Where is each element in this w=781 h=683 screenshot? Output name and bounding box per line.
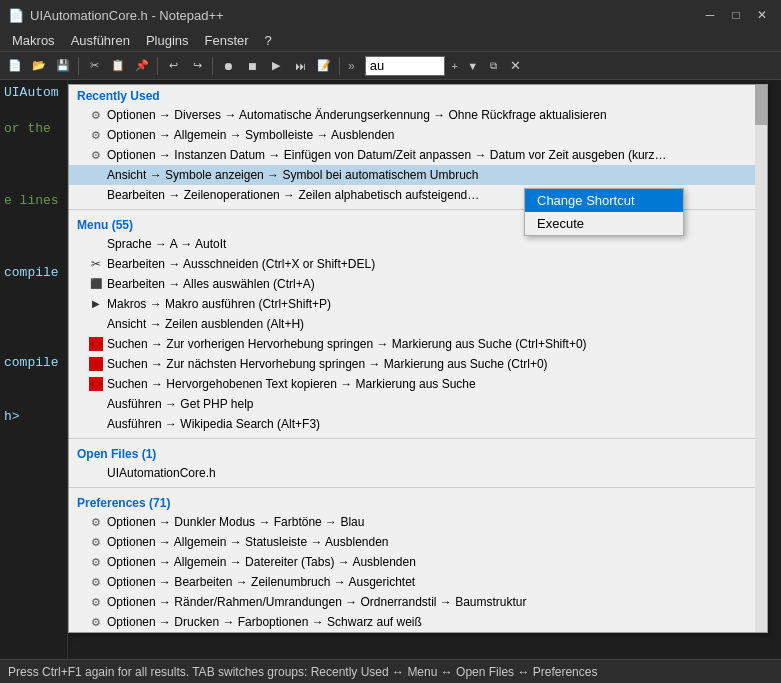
play-icon: ▶ <box>89 297 103 311</box>
code-line-5 <box>4 156 63 174</box>
titlebar-left: 📄 UIAutomationCore.h - Notepad++ <box>8 8 224 23</box>
item-text: Optionen → Drucken → Farboptionen → Schw… <box>107 613 422 631</box>
tb-paste[interactable]: 📌 <box>131 55 153 77</box>
scrollbar-track[interactable] <box>755 85 767 632</box>
code-line-2 <box>4 102 63 120</box>
menu-makros[interactable]: Makros <box>4 30 63 52</box>
menu-ausfuhren[interactable]: Ausführen <box>63 30 138 52</box>
tb-sep1 <box>78 57 79 75</box>
item-text: Optionen → Diverses → Automatische Änder… <box>107 106 607 124</box>
code-line-11: compile <box>4 264 63 282</box>
code-line-17 <box>4 372 63 390</box>
tb-playall[interactable]: ⏭ <box>289 55 311 77</box>
list-item[interactable]: Ansicht → Zeilen ausblenden (Alt+H) <box>69 314 767 334</box>
gear-icon: ⚙ <box>89 108 103 122</box>
gear-icon: ⚙ <box>89 535 103 549</box>
tb-rec[interactable]: ⏺ <box>217 55 239 77</box>
list-item[interactable]: ⚙ Optionen → Drucken → Farboptionen → Sc… <box>69 612 767 632</box>
list-item[interactable]: Suchen → Zur vorherigen Hervorhebung spr… <box>69 334 767 354</box>
item-text: Suchen → Hervorgehobenen Text kopieren →… <box>107 375 476 393</box>
menu-plugins[interactable]: Plugins <box>138 30 197 52</box>
close-button[interactable]: ✕ <box>751 6 773 24</box>
item-text: Suchen → Zur nächsten Hervorhebung sprin… <box>107 355 548 373</box>
context-menu: Change Shortcut Execute <box>524 188 684 236</box>
tb-save[interactable]: 💾 <box>52 55 74 77</box>
item-text: Sprache → A → AutoIt <box>107 235 226 253</box>
window-title: UIAutomationCore.h - Notepad++ <box>30 8 224 23</box>
item-text: UIAutomationCore.h <box>107 464 216 482</box>
titlebar: 📄 UIAutomationCore.h - Notepad++ ─ □ ✕ <box>0 0 781 30</box>
list-item[interactable]: ✂ Bearbeiten → Ausschneiden (Ctrl+X or S… <box>69 254 767 274</box>
list-item[interactable]: Suchen → Zur nächsten Hervorhebung sprin… <box>69 354 767 374</box>
search-input[interactable] <box>365 56 445 76</box>
list-item[interactable]: ⚙ Optionen → Dunkler Modus → Farbtöne → … <box>69 512 767 532</box>
tb-sep2 <box>157 57 158 75</box>
list-item[interactable]: Ausführen → Get PHP help <box>69 394 767 414</box>
red-square-icon <box>89 377 103 391</box>
list-item[interactable]: ⚙ Optionen → Ränder/Rahmen/Umrandungen →… <box>69 592 767 612</box>
tb-redo[interactable]: ↪ <box>186 55 208 77</box>
item-text: Makros → Makro ausführen (Ctrl+Shift+P) <box>107 295 331 313</box>
menubar: Makros Ausführen Plugins Fenster ? <box>0 30 781 52</box>
list-item[interactable]: ⬛ Bearbeiten → Alles auswählen (Ctrl+A) <box>69 274 767 294</box>
tb-new[interactable]: 📄 <box>4 55 26 77</box>
list-item[interactable]: ⚙ Optionen → Instanzen Datum → Einfügen … <box>69 145 767 165</box>
code-line-19: h> <box>4 408 63 426</box>
divider-2 <box>69 438 767 439</box>
code-line-10 <box>4 246 63 264</box>
gear-icon: ⚙ <box>89 128 103 142</box>
item-text: Optionen → Bearbeiten → Zeilenumbruch → … <box>107 573 415 591</box>
item-text: Optionen → Ränder/Rahmen/Umrandungen → O… <box>107 593 527 611</box>
tb-cut[interactable]: ✂ <box>83 55 105 77</box>
section-preferences: Preferences (71) <box>69 492 767 512</box>
item-text: Suchen → Zur vorherigen Hervorhebung spr… <box>107 335 587 353</box>
gear-icon: ⚙ <box>89 575 103 589</box>
list-item[interactable]: ⚙ Optionen → Bearbeiten → Zeilenumbruch … <box>69 572 767 592</box>
item-text: Bearbeiten → Zeilenoperationen → Zeilen … <box>107 186 479 204</box>
scrollbar-thumb[interactable] <box>755 85 767 125</box>
list-item[interactable]: UIAutomationCore.h <box>69 463 767 483</box>
list-item[interactable]: ⚙ Optionen → Allgemein → Statusleiste → … <box>69 532 767 552</box>
list-item-selected[interactable]: Ansicht → Symbole anzeigen → Symbol bei … <box>69 165 767 185</box>
menu-help[interactable]: ? <box>257 30 280 52</box>
tb-sep4 <box>339 57 340 75</box>
list-item[interactable]: ⚙ Optionen → Allgemein → Symbolleiste → … <box>69 125 767 145</box>
code-line-16: compile <box>4 354 63 372</box>
search-copy-btn[interactable]: ⧉ <box>483 55 505 77</box>
red-square-icon <box>89 337 103 351</box>
divider-3 <box>69 487 767 488</box>
list-item[interactable]: ⚙ Optionen → Allgemein → Datereiter (Tab… <box>69 552 767 572</box>
code-line-8 <box>4 210 63 228</box>
code-line-14 <box>4 318 63 336</box>
tb-macro[interactable]: 📝 <box>313 55 335 77</box>
list-item[interactable]: Suchen → Hervorgehobenen Text kopieren →… <box>69 374 767 394</box>
tb-stop[interactable]: ⏹ <box>241 55 263 77</box>
code-line-13 <box>4 300 63 318</box>
autocomplete-dropdown: Recently Used ⚙ Optionen → Diverses → Au… <box>68 84 768 633</box>
menu-fenster[interactable]: Fenster <box>197 30 257 52</box>
tb-open[interactable]: 📂 <box>28 55 50 77</box>
search-add-btn[interactable]: + <box>447 55 463 77</box>
list-item[interactable]: ⚙ Optionen → Diverses → Automatische Änd… <box>69 105 767 125</box>
app-icon: 📄 <box>8 8 24 23</box>
code-line-3: or the <box>4 120 63 138</box>
ctx-change-shortcut[interactable]: Change Shortcut <box>525 189 683 212</box>
item-text: Optionen → Allgemein → Statusleiste → Au… <box>107 533 389 551</box>
list-item[interactable]: Sprache → A → AutoIt <box>69 234 767 254</box>
toolbar: 📄 📂 💾 ✂ 📋 📌 ↩ ↪ ⏺ ⏹ ▶ ⏭ 📝 » + ▼ ⧉ ✕ <box>0 52 781 80</box>
tb-play[interactable]: ▶ <box>265 55 287 77</box>
list-item[interactable]: ▶ Makros → Makro ausführen (Ctrl+Shift+P… <box>69 294 767 314</box>
list-item[interactable]: Ausführen → Wikipedia Search (Alt+F3) <box>69 414 767 434</box>
tb-copy[interactable]: 📋 <box>107 55 129 77</box>
tb-undo[interactable]: ↩ <box>162 55 184 77</box>
titlebar-controls: ─ □ ✕ <box>699 6 773 24</box>
item-text: Ansicht → Symbole anzeigen → Symbol bei … <box>107 166 479 184</box>
item-text: Ausführen → Get PHP help <box>107 395 254 413</box>
search-dropdown-btn[interactable]: ▼ <box>465 55 481 77</box>
gear-icon: ⚙ <box>89 515 103 529</box>
maximize-button[interactable]: □ <box>725 6 747 24</box>
minimize-button[interactable]: ─ <box>699 6 721 24</box>
search-close-btn[interactable]: ✕ <box>507 57 525 75</box>
item-text: Optionen → Allgemein → Symbolleiste → Au… <box>107 126 395 144</box>
ctx-execute[interactable]: Execute <box>525 212 683 235</box>
